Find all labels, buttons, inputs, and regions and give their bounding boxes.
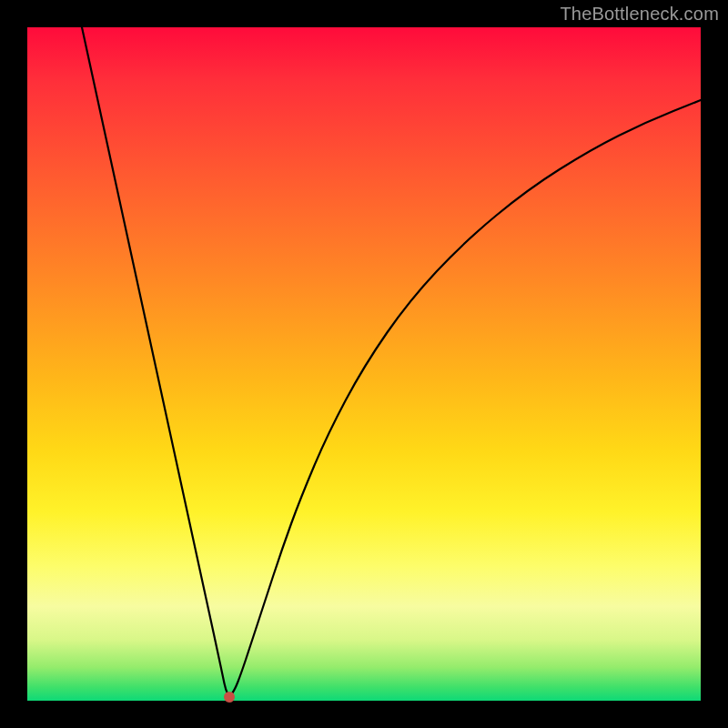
chart-frame: TheBottleneck.com	[0, 0, 728, 728]
optimum-marker-dot	[224, 692, 235, 703]
watermark-text: TheBottleneck.com	[560, 4, 719, 25]
bottleneck-curve	[27, 27, 701, 701]
plot-area	[27, 27, 701, 701]
